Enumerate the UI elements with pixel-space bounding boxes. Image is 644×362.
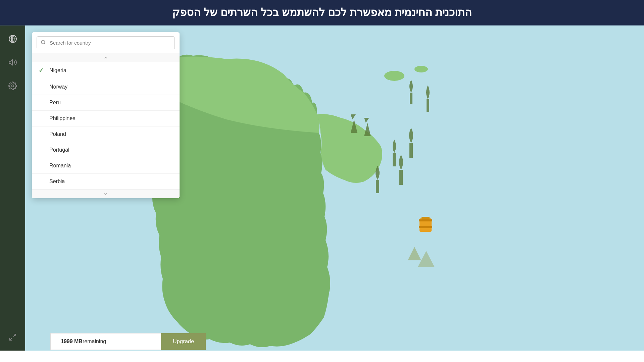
data-remaining-text: remaining: [83, 339, 106, 345]
svg-point-9: [384, 71, 404, 81]
check-icon-nigeria: ✓: [39, 67, 45, 74]
country-name-peru: Peru: [49, 100, 61, 106]
sidebar-settings-icon[interactable]: [6, 79, 19, 93]
country-name-portugal: Portugal: [49, 147, 69, 153]
main-area: ✓ Nigeria Norway Peru Philippines: [0, 25, 644, 351]
sidebar-collapse-icon[interactable]: [6, 330, 19, 344]
country-name-norway: Norway: [49, 84, 67, 90]
country-name-philippines: Philippines: [49, 115, 75, 121]
sidebar-megaphone-icon[interactable]: [6, 56, 19, 69]
search-wrapper: [32, 32, 180, 53]
svg-rect-14: [422, 217, 430, 219]
upgrade-button[interactable]: Upgrade: [161, 333, 206, 350]
svg-marker-4: [9, 60, 12, 65]
country-dropdown: ✓ Nigeria Norway Peru Philippines: [32, 32, 180, 198]
search-icon: [41, 40, 46, 46]
country-name-serbia: Serbia: [49, 178, 65, 185]
svg-line-16: [44, 43, 45, 44]
svg-rect-12: [419, 219, 432, 221]
svg-line-7: [10, 338, 12, 340]
country-name-poland: Poland: [49, 131, 66, 137]
scroll-up-arrow[interactable]: [32, 53, 180, 62]
country-list: ✓ Nigeria Norway Peru Philippines: [32, 62, 180, 190]
top-banner: התוכנית החינמית מאפשרת לכם להשתמש בכל הש…: [0, 0, 644, 25]
sidebar-globe-icon[interactable]: [6, 32, 19, 46]
country-item-nigeria[interactable]: ✓ Nigeria: [32, 62, 180, 79]
country-item-poland[interactable]: Poland: [32, 126, 180, 142]
svg-rect-13: [419, 226, 432, 228]
bottom-bar: 1999 MB remaining Upgrade: [25, 332, 644, 351]
data-remaining-box: 1999 MB remaining: [50, 333, 161, 350]
map-area: ✓ Nigeria Norway Peru Philippines: [25, 25, 644, 351]
country-item-serbia[interactable]: Serbia: [32, 174, 180, 190]
svg-point-10: [414, 66, 428, 72]
country-item-philippines[interactable]: Philippines: [32, 111, 180, 126]
svg-line-6: [13, 334, 16, 337]
svg-point-15: [41, 40, 45, 44]
country-name-nigeria: Nigeria: [49, 67, 66, 73]
sidebar: [0, 25, 25, 351]
search-container: [37, 36, 175, 49]
country-item-peru[interactable]: Peru: [32, 95, 180, 111]
svg-point-5: [11, 85, 14, 87]
banner-text: התוכנית החינמית מאפשרת לכם להשתמש בכל הש…: [172, 6, 472, 19]
data-mb-bold: 1999 MB: [61, 339, 83, 345]
country-name-romania: Romania: [49, 163, 71, 169]
country-item-portugal[interactable]: Portugal: [32, 142, 180, 158]
search-input[interactable]: [37, 36, 175, 49]
country-item-norway[interactable]: Norway: [32, 79, 180, 95]
country-item-romania[interactable]: Romania: [32, 158, 180, 174]
scroll-down-arrow[interactable]: [32, 190, 180, 198]
